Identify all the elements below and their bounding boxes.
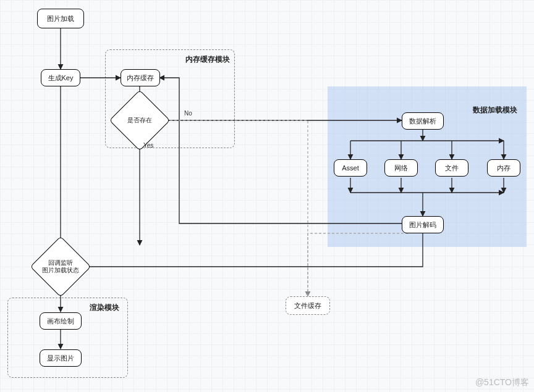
node-start: 图片加载 xyxy=(37,9,84,28)
node-canvas: 画布绘制 xyxy=(40,312,82,330)
node-exists: 是否存在 xyxy=(118,99,161,142)
node-exists-label: 是否存在 xyxy=(127,117,152,124)
node-mem: 内存 xyxy=(487,159,520,177)
node-file: 文件 xyxy=(435,159,468,177)
edge-label-yes: Yes xyxy=(143,142,153,149)
edge-label-no: No xyxy=(184,110,192,117)
module-memory-cache-title: 内存缓存模块 xyxy=(185,54,230,65)
module-data-loading-title: 数据加载模块 xyxy=(473,105,517,115)
watermark: @51CTO博客 xyxy=(475,377,529,388)
node-genkey: 生成Key xyxy=(41,69,80,86)
node-callback: 回调监听 图片加载状态 xyxy=(39,245,82,288)
module-render-title: 渲染模块 xyxy=(90,302,119,313)
node-asset: Asset xyxy=(334,159,367,177)
node-network: 网络 xyxy=(384,159,418,177)
node-filecache: 文件缓存 xyxy=(286,296,330,315)
node-memcache: 内存缓存 xyxy=(121,69,160,86)
node-parse: 数据解析 xyxy=(402,112,444,130)
node-decode: 图片解码 xyxy=(402,216,444,233)
node-show: 显示图片 xyxy=(40,349,82,367)
node-callback-label: 回调监听 图片加载状态 xyxy=(42,259,79,274)
